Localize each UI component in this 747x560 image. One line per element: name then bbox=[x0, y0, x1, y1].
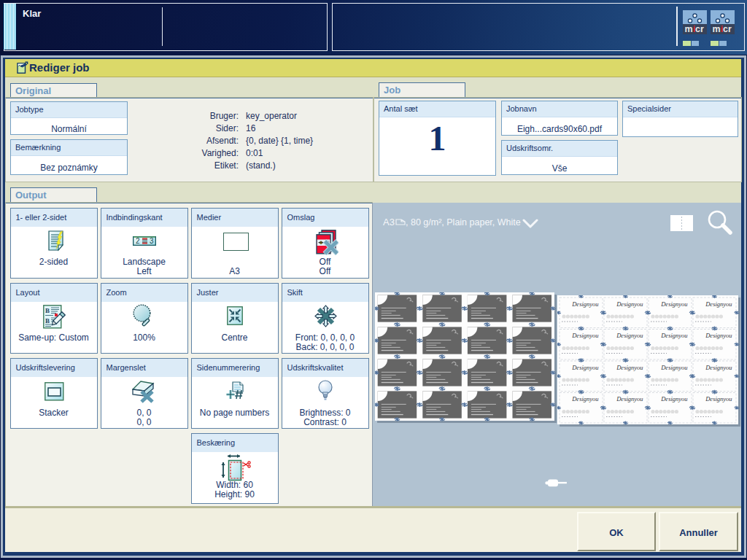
svg-text:Designyou: Designyou bbox=[571, 395, 598, 402]
svg-text:Designyou: Designyou bbox=[616, 395, 643, 402]
svg-text:B: B bbox=[45, 307, 50, 314]
svg-text:3: 3 bbox=[150, 237, 154, 245]
svg-text:Designyou: Designyou bbox=[660, 332, 687, 339]
svg-text:Designyou: Designyou bbox=[705, 364, 732, 371]
svg-text:B: B bbox=[45, 317, 50, 324]
svg-text:Designyou: Designyou bbox=[571, 364, 598, 371]
svg-text:2: 2 bbox=[136, 237, 140, 245]
svg-text:Designyou: Designyou bbox=[705, 300, 732, 308]
svg-text:Designyou: Designyou bbox=[571, 332, 598, 339]
svg-text:Designyou: Designyou bbox=[660, 395, 687, 402]
svg-text:Designyou: Designyou bbox=[660, 364, 687, 371]
svg-text:Designyou: Designyou bbox=[705, 395, 732, 402]
svg-text:Designyou: Designyou bbox=[705, 332, 732, 339]
svg-text:Designyou: Designyou bbox=[660, 300, 687, 308]
svg-text:Designyou: Designyou bbox=[616, 332, 643, 339]
svg-text:Designyou: Designyou bbox=[616, 300, 643, 308]
svg-text:micr: micr bbox=[713, 24, 732, 34]
svg-text:micr: micr bbox=[685, 24, 705, 34]
svg-text:Designyou: Designyou bbox=[616, 364, 643, 371]
svg-text:Designyou: Designyou bbox=[571, 300, 598, 308]
